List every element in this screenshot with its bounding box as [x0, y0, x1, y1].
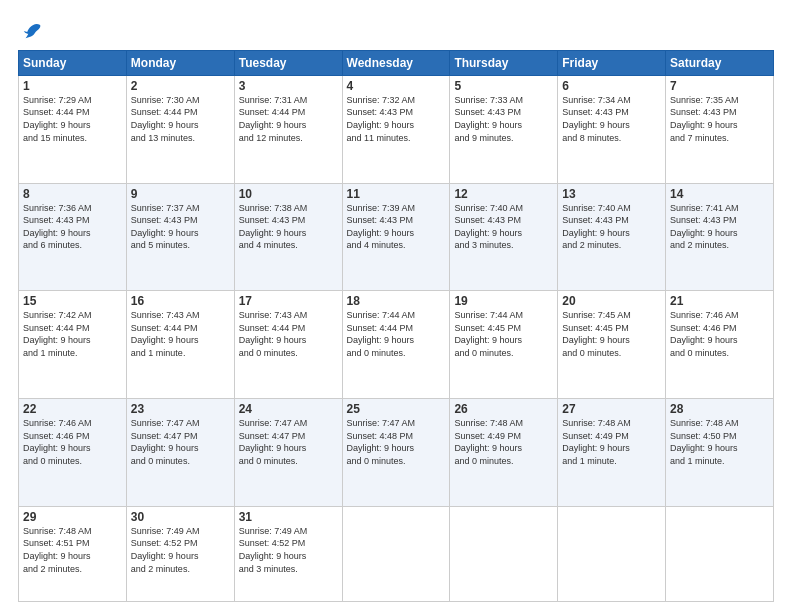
- calendar-cell: 22Sunrise: 7:46 AM Sunset: 4:46 PM Dayli…: [19, 399, 127, 507]
- day-info: Sunrise: 7:35 AM Sunset: 4:43 PM Dayligh…: [670, 94, 769, 144]
- calendar-cell: 30Sunrise: 7:49 AM Sunset: 4:52 PM Dayli…: [126, 506, 234, 601]
- header: [18, 18, 774, 40]
- day-info: Sunrise: 7:47 AM Sunset: 4:47 PM Dayligh…: [131, 417, 230, 467]
- day-number: 1: [23, 79, 122, 93]
- day-number: 17: [239, 294, 338, 308]
- day-number: 22: [23, 402, 122, 416]
- day-info: Sunrise: 7:43 AM Sunset: 4:44 PM Dayligh…: [239, 309, 338, 359]
- day-info: Sunrise: 7:44 AM Sunset: 4:45 PM Dayligh…: [454, 309, 553, 359]
- day-number: 13: [562, 187, 661, 201]
- calendar-cell: 12Sunrise: 7:40 AM Sunset: 4:43 PM Dayli…: [450, 183, 558, 291]
- day-header-monday: Monday: [126, 50, 234, 75]
- day-number: 10: [239, 187, 338, 201]
- day-number: 23: [131, 402, 230, 416]
- calendar-cell: 26Sunrise: 7:48 AM Sunset: 4:49 PM Dayli…: [450, 399, 558, 507]
- calendar-cell: 18Sunrise: 7:44 AM Sunset: 4:44 PM Dayli…: [342, 291, 450, 399]
- day-number: 30: [131, 510, 230, 524]
- day-number: 12: [454, 187, 553, 201]
- day-number: 3: [239, 79, 338, 93]
- day-info: Sunrise: 7:42 AM Sunset: 4:44 PM Dayligh…: [23, 309, 122, 359]
- day-info: Sunrise: 7:49 AM Sunset: 4:52 PM Dayligh…: [131, 525, 230, 575]
- day-number: 6: [562, 79, 661, 93]
- day-info: Sunrise: 7:36 AM Sunset: 4:43 PM Dayligh…: [23, 202, 122, 252]
- day-number: 20: [562, 294, 661, 308]
- calendar-cell: 31Sunrise: 7:49 AM Sunset: 4:52 PM Dayli…: [234, 506, 342, 601]
- day-number: 27: [562, 402, 661, 416]
- calendar-cell: 10Sunrise: 7:38 AM Sunset: 4:43 PM Dayli…: [234, 183, 342, 291]
- calendar-cell: [558, 506, 666, 601]
- day-info: Sunrise: 7:40 AM Sunset: 4:43 PM Dayligh…: [562, 202, 661, 252]
- calendar-cell: 9Sunrise: 7:37 AM Sunset: 4:43 PM Daylig…: [126, 183, 234, 291]
- day-info: Sunrise: 7:47 AM Sunset: 4:48 PM Dayligh…: [347, 417, 446, 467]
- day-number: 11: [347, 187, 446, 201]
- calendar-cell: 17Sunrise: 7:43 AM Sunset: 4:44 PM Dayli…: [234, 291, 342, 399]
- calendar-cell: 11Sunrise: 7:39 AM Sunset: 4:43 PM Dayli…: [342, 183, 450, 291]
- day-header-thursday: Thursday: [450, 50, 558, 75]
- calendar-cell: 4Sunrise: 7:32 AM Sunset: 4:43 PM Daylig…: [342, 75, 450, 183]
- day-number: 15: [23, 294, 122, 308]
- day-info: Sunrise: 7:40 AM Sunset: 4:43 PM Dayligh…: [454, 202, 553, 252]
- calendar-week-row: 29Sunrise: 7:48 AM Sunset: 4:51 PM Dayli…: [19, 506, 774, 601]
- calendar-cell: 27Sunrise: 7:48 AM Sunset: 4:49 PM Dayli…: [558, 399, 666, 507]
- calendar-cell: 8Sunrise: 7:36 AM Sunset: 4:43 PM Daylig…: [19, 183, 127, 291]
- day-info: Sunrise: 7:31 AM Sunset: 4:44 PM Dayligh…: [239, 94, 338, 144]
- calendar-cell: 15Sunrise: 7:42 AM Sunset: 4:44 PM Dayli…: [19, 291, 127, 399]
- calendar-cell: 29Sunrise: 7:48 AM Sunset: 4:51 PM Dayli…: [19, 506, 127, 601]
- day-info: Sunrise: 7:48 AM Sunset: 4:51 PM Dayligh…: [23, 525, 122, 575]
- day-number: 26: [454, 402, 553, 416]
- calendar-cell: 13Sunrise: 7:40 AM Sunset: 4:43 PM Dayli…: [558, 183, 666, 291]
- calendar-cell: 1Sunrise: 7:29 AM Sunset: 4:44 PM Daylig…: [19, 75, 127, 183]
- day-number: 21: [670, 294, 769, 308]
- calendar-cell: 19Sunrise: 7:44 AM Sunset: 4:45 PM Dayli…: [450, 291, 558, 399]
- day-info: Sunrise: 7:33 AM Sunset: 4:43 PM Dayligh…: [454, 94, 553, 144]
- day-header-saturday: Saturday: [666, 50, 774, 75]
- day-info: Sunrise: 7:46 AM Sunset: 4:46 PM Dayligh…: [23, 417, 122, 467]
- day-info: Sunrise: 7:47 AM Sunset: 4:47 PM Dayligh…: [239, 417, 338, 467]
- day-number: 18: [347, 294, 446, 308]
- day-info: Sunrise: 7:48 AM Sunset: 4:49 PM Dayligh…: [454, 417, 553, 467]
- logo-general: [18, 18, 42, 42]
- calendar-week-row: 22Sunrise: 7:46 AM Sunset: 4:46 PM Dayli…: [19, 399, 774, 507]
- day-info: Sunrise: 7:41 AM Sunset: 4:43 PM Dayligh…: [670, 202, 769, 252]
- day-info: Sunrise: 7:32 AM Sunset: 4:43 PM Dayligh…: [347, 94, 446, 144]
- day-info: Sunrise: 7:29 AM Sunset: 4:44 PM Dayligh…: [23, 94, 122, 144]
- calendar-week-row: 15Sunrise: 7:42 AM Sunset: 4:44 PM Dayli…: [19, 291, 774, 399]
- day-number: 7: [670, 79, 769, 93]
- day-number: 24: [239, 402, 338, 416]
- calendar-cell: [342, 506, 450, 601]
- day-number: 8: [23, 187, 122, 201]
- day-info: Sunrise: 7:48 AM Sunset: 4:49 PM Dayligh…: [562, 417, 661, 467]
- calendar-cell: 2Sunrise: 7:30 AM Sunset: 4:44 PM Daylig…: [126, 75, 234, 183]
- calendar-cell: 6Sunrise: 7:34 AM Sunset: 4:43 PM Daylig…: [558, 75, 666, 183]
- day-info: Sunrise: 7:49 AM Sunset: 4:52 PM Dayligh…: [239, 525, 338, 575]
- day-info: Sunrise: 7:48 AM Sunset: 4:50 PM Dayligh…: [670, 417, 769, 467]
- day-info: Sunrise: 7:39 AM Sunset: 4:43 PM Dayligh…: [347, 202, 446, 252]
- day-info: Sunrise: 7:46 AM Sunset: 4:46 PM Dayligh…: [670, 309, 769, 359]
- calendar-cell: [450, 506, 558, 601]
- calendar-week-row: 1Sunrise: 7:29 AM Sunset: 4:44 PM Daylig…: [19, 75, 774, 183]
- calendar-cell: 20Sunrise: 7:45 AM Sunset: 4:45 PM Dayli…: [558, 291, 666, 399]
- calendar-cell: [666, 506, 774, 601]
- day-info: Sunrise: 7:37 AM Sunset: 4:43 PM Dayligh…: [131, 202, 230, 252]
- day-number: 2: [131, 79, 230, 93]
- calendar-cell: 7Sunrise: 7:35 AM Sunset: 4:43 PM Daylig…: [666, 75, 774, 183]
- day-info: Sunrise: 7:44 AM Sunset: 4:44 PM Dayligh…: [347, 309, 446, 359]
- calendar-cell: 24Sunrise: 7:47 AM Sunset: 4:47 PM Dayli…: [234, 399, 342, 507]
- day-info: Sunrise: 7:34 AM Sunset: 4:43 PM Dayligh…: [562, 94, 661, 144]
- calendar-cell: 23Sunrise: 7:47 AM Sunset: 4:47 PM Dayli…: [126, 399, 234, 507]
- logo-bird-icon: [20, 20, 42, 42]
- day-header-friday: Friday: [558, 50, 666, 75]
- day-info: Sunrise: 7:38 AM Sunset: 4:43 PM Dayligh…: [239, 202, 338, 252]
- calendar-cell: 5Sunrise: 7:33 AM Sunset: 4:43 PM Daylig…: [450, 75, 558, 183]
- calendar-cell: 3Sunrise: 7:31 AM Sunset: 4:44 PM Daylig…: [234, 75, 342, 183]
- day-header-sunday: Sunday: [19, 50, 127, 75]
- logo: [18, 18, 42, 40]
- calendar-header-row: SundayMondayTuesdayWednesdayThursdayFrid…: [19, 50, 774, 75]
- calendar-cell: 21Sunrise: 7:46 AM Sunset: 4:46 PM Dayli…: [666, 291, 774, 399]
- day-number: 31: [239, 510, 338, 524]
- day-header-tuesday: Tuesday: [234, 50, 342, 75]
- calendar-cell: 25Sunrise: 7:47 AM Sunset: 4:48 PM Dayli…: [342, 399, 450, 507]
- day-info: Sunrise: 7:43 AM Sunset: 4:44 PM Dayligh…: [131, 309, 230, 359]
- day-info: Sunrise: 7:30 AM Sunset: 4:44 PM Dayligh…: [131, 94, 230, 144]
- day-header-wednesday: Wednesday: [342, 50, 450, 75]
